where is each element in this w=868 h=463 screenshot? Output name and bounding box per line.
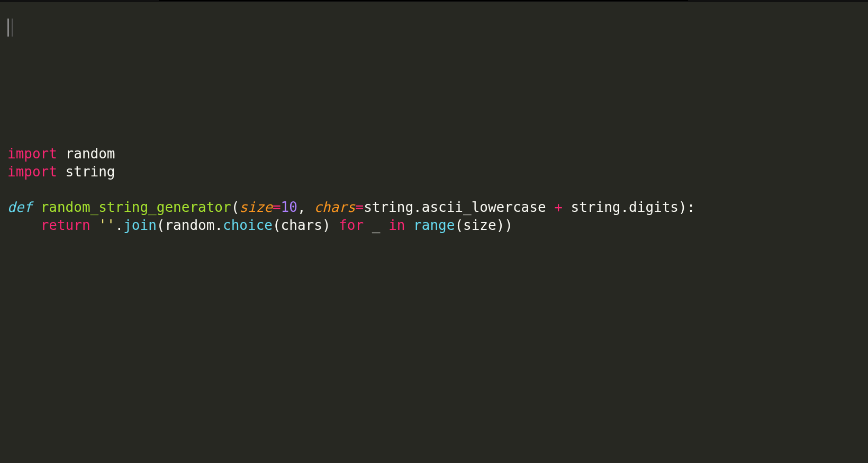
space [91,217,99,233]
keyword-import: import [7,164,57,180]
module-random: random [66,146,115,162]
space [57,146,66,162]
space [331,217,339,233]
string-literal: '' [98,217,115,233]
dot: . [413,199,422,215]
text-cursor [7,19,9,37]
function-name: random_string_generator [41,199,231,215]
dot: . [115,217,124,233]
dot: . [620,199,629,215]
indent [7,217,41,233]
param-chars: chars [314,199,355,215]
space [57,164,66,180]
method-choice: choice [223,217,273,233]
window-top-border-inset [159,0,688,1]
operator-eq: = [356,199,364,215]
keyword-return: return [41,217,91,233]
ident-string: string [364,199,413,215]
keyword-def: def [7,199,32,215]
space [364,217,372,233]
paren-close-colon: ): [679,199,695,215]
keyword-in: in [388,217,405,233]
ident-random: random [165,217,214,233]
arg-chars: chars [281,217,322,233]
code-line[interactable]: def random_string_generator(size=10, cha… [7,199,695,215]
code-line[interactable]: import random [7,146,115,162]
comma: , [297,199,314,215]
operator-plus: + [546,199,571,215]
ident-string: string [571,199,621,215]
operator-eq: = [273,199,281,215]
attr-digits: digits [629,199,679,215]
code-line[interactable]: import string [7,164,115,180]
method-join: join [123,217,157,233]
keyword-import: import [7,146,57,162]
keyword-for: for [339,217,364,233]
space [32,199,41,215]
code-editor[interactable]: import random import string def random_s… [7,145,695,235]
space [405,217,413,233]
underscore: _ [372,217,381,233]
builtin-range: range [413,217,455,233]
paren-open: ( [455,217,463,233]
paren-open: ( [157,217,165,233]
dot: . [214,217,223,233]
text-cursor-shadow [12,19,13,37]
number-literal: 10 [281,199,297,215]
paren-open: ( [273,217,281,233]
arg-size: size [463,217,496,233]
paren-close-double: )) [496,217,513,233]
space [380,217,388,233]
module-string: string [66,164,115,180]
paren-open: ( [231,199,240,215]
code-line[interactable]: return ''.join(random.choice(chars) for … [7,217,513,233]
blank-line[interactable] [7,182,16,198]
paren-close: ) [322,217,331,233]
attr-ascii-lowercase: ascii_lowercase [422,199,546,215]
param-size: size [239,199,273,215]
